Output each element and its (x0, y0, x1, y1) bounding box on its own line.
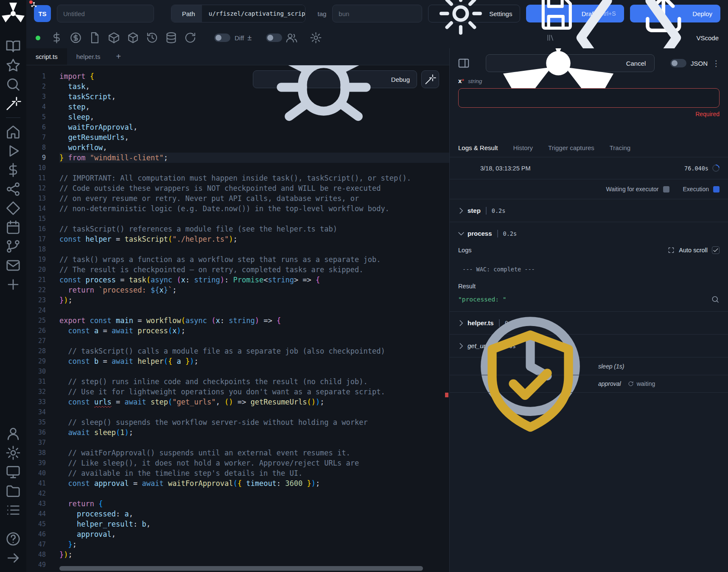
dollar-alt-icon[interactable] (66, 31, 85, 44)
sidebar-gear-icon[interactable] (5, 445, 21, 461)
autoscroll-label: Auto scroll (679, 247, 708, 254)
tab-history[interactable]: History (513, 139, 533, 157)
sidebar-help-icon[interactable] (5, 531, 21, 547)
code-line (59, 305, 449, 315)
chevron-right-icon (456, 341, 466, 351)
tab-trigger-captures[interactable]: Trigger captures (548, 139, 594, 157)
cancel-button[interactable]: Cancel (486, 54, 655, 72)
logs-label: Logs (458, 247, 471, 254)
timeline-row-process[interactable]: process 0.2s (450, 222, 728, 245)
tag-label: tag (317, 10, 326, 17)
search-result-icon[interactable] (711, 295, 720, 304)
line-number: 10 (26, 163, 53, 173)
library-icon[interactable] (546, 33, 555, 42)
sidebar-user-icon[interactable] (5, 426, 21, 442)
refresh-icon[interactable] (181, 31, 200, 44)
diff-toggle[interactable] (214, 33, 230, 42)
chevron-right-icon (456, 206, 466, 215)
timeline-legend: Waiting for executor Execution (450, 179, 728, 199)
line-number: 19 (26, 254, 53, 265)
line-number: 43 (26, 499, 53, 509)
sidebar (0, 0, 26, 572)
json-toggle[interactable] (670, 59, 686, 67)
timeline-row-step[interactable]: step 0.2s (450, 199, 728, 222)
sidebar-wand-icon[interactable] (5, 95, 21, 112)
sidebar-flow-icon[interactable] (5, 238, 21, 254)
line-number: 29 (26, 356, 53, 366)
multiplayer-toggle[interactable] (266, 33, 282, 42)
debug-button[interactable]: Debug (253, 70, 417, 88)
line-number: 18 (26, 244, 53, 254)
sidebar-calendar-icon[interactable] (5, 219, 21, 235)
preview-tabs: Logs & Result History Trigger captures T… (450, 139, 728, 157)
code-line: // taskScript() references a module file… (59, 224, 449, 234)
expand-icon[interactable] (668, 247, 675, 254)
sidebar-play-icon[interactable] (5, 143, 21, 159)
sidebar-mail-icon[interactable] (5, 257, 21, 273)
line-number: 20 (26, 265, 53, 275)
path-value: u/rfiszel/captivating_script (202, 5, 306, 22)
sidebar-dollar-icon[interactable] (5, 162, 21, 178)
sidebar-diamond-icon[interactable] (5, 200, 21, 216)
settings-button[interactable]: Settings (428, 5, 520, 22)
arg-x-input[interactable] (458, 88, 720, 108)
code-line (59, 407, 449, 417)
dock-panel-icon[interactable] (457, 57, 470, 70)
code-line: }; (59, 539, 449, 550)
database-icon[interactable] (162, 31, 181, 44)
history-icon[interactable] (143, 31, 162, 44)
sidebar-arrow-right-icon[interactable] (5, 550, 21, 566)
code-line: workflow, (59, 142, 449, 153)
sidebar-graph-icon[interactable] (5, 181, 21, 197)
autoscroll-checkbox[interactable] (712, 246, 720, 254)
horizontal-scrollbar[interactable] (59, 566, 423, 571)
users-icon[interactable] (282, 31, 301, 44)
bug-icon (260, 65, 387, 143)
line-number: 26 (26, 326, 53, 336)
code-editor[interactable]: 1234567891011121314151617181920212223242… (26, 65, 449, 572)
tab-helper-ts[interactable]: helper.ts (67, 48, 110, 65)
sidebar-home-icon[interactable] (5, 124, 21, 140)
line-number: 17 (26, 234, 53, 244)
sidebar-book-icon[interactable] (5, 38, 21, 54)
line-number: 40 (26, 468, 53, 478)
running-spinner-icon (711, 163, 721, 173)
code-content[interactable]: import { task, taskScript, step, sleep, … (53, 65, 449, 572)
process-duration: 0.2s (503, 230, 517, 237)
timeline-child-approval[interactable]: approval waiting (450, 375, 728, 393)
plus-minus-icon[interactable]: ± (247, 33, 252, 42)
package-icon[interactable] (104, 31, 123, 44)
kebab-menu-icon[interactable]: ⋮ (712, 59, 720, 68)
sidebar-grid-icon[interactable] (5, 502, 21, 518)
path-button[interactable]: Path (171, 5, 202, 22)
tag-input[interactable] (332, 5, 422, 22)
line-number: 41 (26, 478, 53, 488)
required-hint: Required (458, 111, 720, 117)
sidebar-monitor-icon[interactable] (5, 464, 21, 480)
legend-execution-swatch (713, 186, 720, 193)
line-number: 9 (26, 153, 53, 163)
tab-tracing[interactable]: Tracing (610, 139, 630, 157)
code-line: // IMPORTANT: All computation must happe… (59, 173, 449, 183)
windmill-logo-icon[interactable] (0, 0, 26, 27)
cube-icon[interactable] (123, 31, 143, 44)
tab-logs-result[interactable]: Logs & Result (458, 139, 498, 157)
sidebar-star-icon[interactable] (5, 57, 21, 73)
line-number: 24 (26, 305, 53, 315)
line-number: 44 (26, 509, 53, 519)
sidebar-folder-icon[interactable] (5, 483, 21, 499)
editor-settings-gear-icon[interactable] (306, 31, 325, 44)
editor-toolbar: Diff ± VScode (26, 27, 728, 48)
sidebar-search-icon[interactable] (5, 76, 21, 92)
tab-script-ts[interactable]: script.ts (26, 48, 67, 65)
add-tab-button[interactable]: + (109, 48, 127, 65)
file-icon[interactable] (85, 31, 104, 44)
line-number: 11 (26, 173, 53, 183)
dollar-icon[interactable] (47, 31, 66, 44)
ai-assist-button[interactable] (421, 70, 439, 88)
script-name-input[interactable] (57, 5, 154, 22)
code-line: // Code outside these wrappers is NOT ch… (59, 183, 449, 193)
line-number: 39 (26, 458, 53, 468)
preview-header: Cancel JSON ⋮ (450, 48, 728, 72)
sidebar-plus-icon[interactable] (5, 276, 21, 293)
